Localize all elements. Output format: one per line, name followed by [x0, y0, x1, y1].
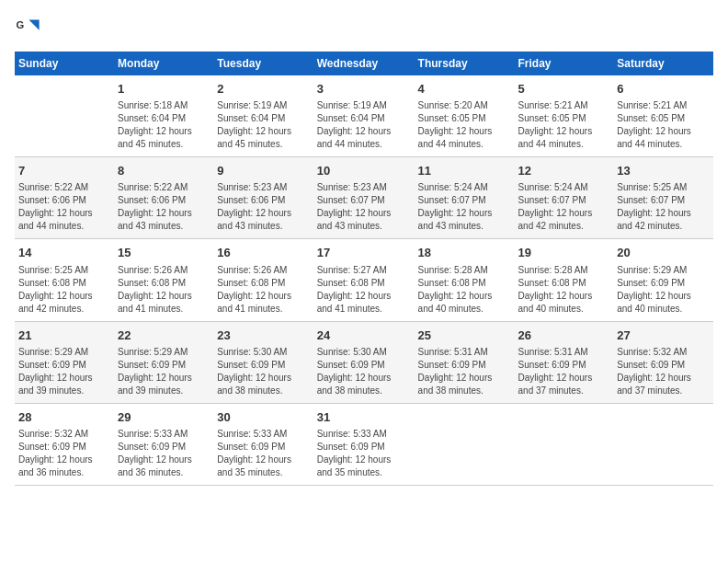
calendar-cell: 7Sunrise: 5:22 AM Sunset: 6:06 PM Daylig… [15, 157, 114, 239]
calendar-cell: 11Sunrise: 5:24 AM Sunset: 6:07 PM Dayli… [415, 157, 515, 239]
day-number: 21 [18, 327, 110, 344]
day-info: Sunrise: 5:28 AM Sunset: 6:08 PM Dayligh… [418, 264, 511, 316]
calendar-cell: 25Sunrise: 5:31 AM Sunset: 6:09 PM Dayli… [415, 321, 515, 403]
calendar-cell: 2Sunrise: 5:19 AM Sunset: 6:04 PM Daylig… [213, 75, 313, 157]
calendar-cell: 28Sunrise: 5:32 AM Sunset: 6:09 PM Dayli… [15, 403, 114, 485]
column-header-monday: Monday [114, 52, 213, 75]
day-info: Sunrise: 5:33 AM Sunset: 6:09 PM Dayligh… [317, 428, 411, 479]
calendar-cell [15, 75, 114, 157]
day-info: Sunrise: 5:33 AM Sunset: 6:09 PM Dayligh… [118, 428, 210, 479]
day-number: 18 [418, 245, 511, 261]
day-info: Sunrise: 5:26 AM Sunset: 6:08 PM Dayligh… [118, 264, 210, 316]
calendar-cell: 17Sunrise: 5:27 AM Sunset: 6:08 PM Dayli… [313, 239, 415, 321]
calendar-cell: 1Sunrise: 5:18 AM Sunset: 6:04 PM Daylig… [114, 75, 213, 157]
logo-icon: G [15, 15, 40, 40]
day-number: 19 [518, 245, 610, 261]
calendar-cell: 21Sunrise: 5:29 AM Sunset: 6:09 PM Dayli… [15, 321, 114, 403]
calendar-cell: 14Sunrise: 5:25 AM Sunset: 6:08 PM Dayli… [15, 239, 114, 321]
day-info: Sunrise: 5:23 AM Sunset: 6:06 PM Dayligh… [217, 181, 309, 233]
calendar-cell: 22Sunrise: 5:29 AM Sunset: 6:09 PM Dayli… [114, 321, 213, 403]
calendar-cell: 18Sunrise: 5:28 AM Sunset: 6:08 PM Dayli… [415, 239, 515, 321]
calendar-cell: 24Sunrise: 5:30 AM Sunset: 6:09 PM Dayli… [313, 321, 415, 403]
day-info: Sunrise: 5:22 AM Sunset: 6:06 PM Dayligh… [118, 181, 210, 233]
calendar-cell: 30Sunrise: 5:33 AM Sunset: 6:09 PM Dayli… [213, 403, 313, 485]
calendar-cell: 31Sunrise: 5:33 AM Sunset: 6:09 PM Dayli… [313, 403, 415, 485]
day-info: Sunrise: 5:24 AM Sunset: 6:07 PM Dayligh… [418, 181, 511, 233]
day-number: 17 [317, 245, 411, 261]
day-info: Sunrise: 5:25 AM Sunset: 6:08 PM Dayligh… [18, 264, 110, 316]
day-info: Sunrise: 5:26 AM Sunset: 6:08 PM Dayligh… [217, 264, 309, 316]
day-number: 25 [418, 327, 511, 344]
calendar-week-row: 21Sunrise: 5:29 AM Sunset: 6:09 PM Dayli… [15, 321, 713, 403]
calendar-week-row: 28Sunrise: 5:32 AM Sunset: 6:09 PM Dayli… [15, 403, 713, 485]
calendar-cell: 8Sunrise: 5:22 AM Sunset: 6:06 PM Daylig… [114, 157, 213, 239]
calendar-cell: 26Sunrise: 5:31 AM Sunset: 6:09 PM Dayli… [515, 321, 614, 403]
calendar-cell: 9Sunrise: 5:23 AM Sunset: 6:06 PM Daylig… [213, 157, 313, 239]
day-number: 13 [617, 163, 710, 179]
page-header: G [15, 15, 713, 40]
calendar-week-row: 14Sunrise: 5:25 AM Sunset: 6:08 PM Dayli… [15, 239, 713, 321]
svg-marker-1 [28, 20, 39, 30]
day-number: 26 [518, 327, 610, 344]
day-number: 4 [418, 81, 511, 98]
day-info: Sunrise: 5:29 AM Sunset: 6:09 PM Dayligh… [617, 264, 710, 316]
day-number: 27 [617, 327, 710, 344]
calendar-week-row: 1Sunrise: 5:18 AM Sunset: 6:04 PM Daylig… [15, 75, 713, 157]
day-info: Sunrise: 5:32 AM Sunset: 6:09 PM Dayligh… [617, 346, 710, 397]
day-number: 23 [217, 327, 309, 344]
calendar-cell [515, 403, 614, 485]
day-number: 1 [118, 81, 210, 98]
calendar-cell: 29Sunrise: 5:33 AM Sunset: 6:09 PM Dayli… [114, 403, 213, 485]
day-info: Sunrise: 5:22 AM Sunset: 6:06 PM Dayligh… [18, 181, 110, 233]
calendar-header-row: SundayMondayTuesdayWednesdayThursdayFrid… [15, 52, 713, 75]
day-info: Sunrise: 5:28 AM Sunset: 6:08 PM Dayligh… [518, 264, 610, 316]
calendar-week-row: 7Sunrise: 5:22 AM Sunset: 6:06 PM Daylig… [15, 157, 713, 239]
calendar-cell: 12Sunrise: 5:24 AM Sunset: 6:07 PM Dayli… [515, 157, 614, 239]
calendar-cell: 27Sunrise: 5:32 AM Sunset: 6:09 PM Dayli… [613, 321, 713, 403]
day-info: Sunrise: 5:33 AM Sunset: 6:09 PM Dayligh… [217, 428, 309, 479]
day-info: Sunrise: 5:31 AM Sunset: 6:09 PM Dayligh… [518, 346, 610, 397]
calendar-cell: 4Sunrise: 5:20 AM Sunset: 6:05 PM Daylig… [415, 75, 515, 157]
calendar-cell: 10Sunrise: 5:23 AM Sunset: 6:07 PM Dayli… [313, 157, 415, 239]
column-header-wednesday: Wednesday [313, 52, 415, 75]
day-number: 3 [317, 81, 411, 98]
column-header-friday: Friday [515, 52, 614, 75]
calendar-cell: 16Sunrise: 5:26 AM Sunset: 6:08 PM Dayli… [213, 239, 313, 321]
day-info: Sunrise: 5:32 AM Sunset: 6:09 PM Dayligh… [18, 428, 110, 479]
calendar-cell: 13Sunrise: 5:25 AM Sunset: 6:07 PM Dayli… [613, 157, 713, 239]
day-number: 22 [118, 327, 210, 344]
day-number: 11 [418, 163, 511, 179]
day-info: Sunrise: 5:29 AM Sunset: 6:09 PM Dayligh… [118, 346, 210, 397]
logo: G [15, 15, 44, 40]
column-header-sunday: Sunday [15, 52, 114, 75]
calendar-cell: 3Sunrise: 5:19 AM Sunset: 6:04 PM Daylig… [313, 75, 415, 157]
day-number: 16 [217, 245, 309, 261]
day-number: 10 [317, 163, 411, 179]
column-header-tuesday: Tuesday [213, 52, 313, 75]
calendar-cell: 23Sunrise: 5:30 AM Sunset: 6:09 PM Dayli… [213, 321, 313, 403]
day-info: Sunrise: 5:27 AM Sunset: 6:08 PM Dayligh… [317, 264, 411, 316]
day-info: Sunrise: 5:25 AM Sunset: 6:07 PM Dayligh… [617, 181, 710, 233]
calendar-cell: 6Sunrise: 5:21 AM Sunset: 6:05 PM Daylig… [613, 75, 713, 157]
day-info: Sunrise: 5:18 AM Sunset: 6:04 PM Dayligh… [118, 99, 210, 151]
day-info: Sunrise: 5:20 AM Sunset: 6:05 PM Dayligh… [418, 99, 511, 151]
day-number: 2 [217, 81, 309, 98]
calendar-cell: 19Sunrise: 5:28 AM Sunset: 6:08 PM Dayli… [515, 239, 614, 321]
column-header-saturday: Saturday [613, 52, 713, 75]
calendar-cell [415, 403, 515, 485]
calendar-table: SundayMondayTuesdayWednesdayThursdayFrid… [15, 52, 713, 486]
day-info: Sunrise: 5:19 AM Sunset: 6:04 PM Dayligh… [317, 99, 411, 151]
svg-text:G: G [16, 19, 24, 30]
day-info: Sunrise: 5:24 AM Sunset: 6:07 PM Dayligh… [518, 181, 610, 233]
day-number: 28 [18, 409, 110, 426]
day-info: Sunrise: 5:30 AM Sunset: 6:09 PM Dayligh… [217, 346, 309, 397]
calendar-cell: 20Sunrise: 5:29 AM Sunset: 6:09 PM Dayli… [613, 239, 713, 321]
day-number: 30 [217, 409, 309, 426]
day-info: Sunrise: 5:31 AM Sunset: 6:09 PM Dayligh… [418, 346, 511, 397]
day-info: Sunrise: 5:19 AM Sunset: 6:04 PM Dayligh… [217, 99, 309, 151]
day-number: 5 [518, 81, 610, 98]
day-info: Sunrise: 5:21 AM Sunset: 6:05 PM Dayligh… [518, 99, 610, 151]
day-info: Sunrise: 5:30 AM Sunset: 6:09 PM Dayligh… [317, 346, 411, 397]
day-number: 8 [118, 163, 210, 179]
day-number: 29 [118, 409, 210, 426]
